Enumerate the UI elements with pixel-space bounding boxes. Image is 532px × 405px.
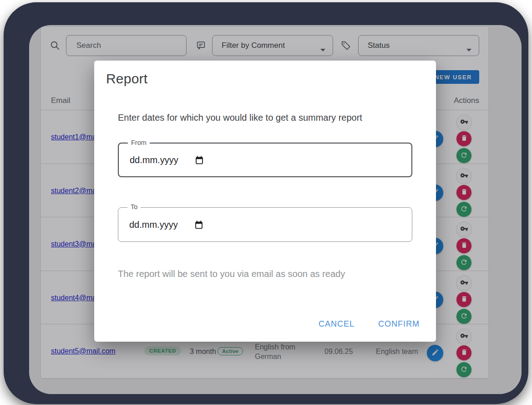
confirm-button[interactable]: CONFIRM (376, 317, 421, 332)
dialog-actions: CANCEL CONFIRM (317, 317, 421, 332)
cancel-button[interactable]: CANCEL (317, 317, 356, 332)
app-canvas: Filter by Comment Status NEW USER Ema (0, 0, 532, 405)
dialog-title: Report (106, 71, 147, 87)
dialog-description: Enter dates for which you would like to … (118, 113, 362, 123)
report-dialog: Report Enter dates for which you would l… (94, 61, 436, 342)
to-date-placeholder: dd.mm.yyyy (129, 220, 178, 230)
calendar-icon[interactable] (195, 155, 204, 165)
to-date-field[interactable]: To dd.mm.yyyy (118, 207, 412, 242)
from-date-field[interactable]: From dd.mm.yyyy (118, 143, 412, 177)
from-date-placeholder: dd.mm.yyyy (130, 155, 178, 165)
calendar-icon[interactable] (194, 220, 203, 230)
dialog-note: The report will be sent to you via email… (118, 269, 345, 279)
